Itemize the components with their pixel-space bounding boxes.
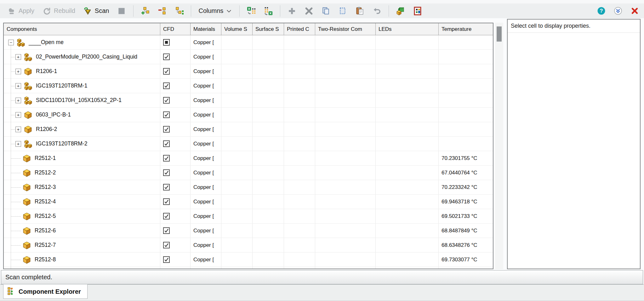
column-header-two_resistor_components[interactable]: Two-Resistor Com xyxy=(315,23,376,35)
component-cell[interactable]: R2512-1 xyxy=(4,151,160,165)
two-resistor-cell[interactable] xyxy=(315,180,376,194)
add-button[interactable] xyxy=(285,5,299,17)
material-cell[interactable]: Copper [ xyxy=(191,166,221,180)
table-row[interactable]: + IGC193T120T8RM-2 Copper [ xyxy=(4,137,493,151)
surface-sources-cell[interactable] xyxy=(253,50,284,64)
two-resistor-cell[interactable] xyxy=(315,50,376,64)
printed-circuit-cell[interactable] xyxy=(284,50,315,64)
add-tree-item-button[interactable] xyxy=(138,5,152,17)
cfd-cell[interactable] xyxy=(160,180,191,194)
printed-circuit-cell[interactable] xyxy=(284,35,315,49)
leds-cell[interactable] xyxy=(376,267,439,269)
surface-sources-cell[interactable] xyxy=(253,209,284,223)
material-cell[interactable]: Copper [ xyxy=(191,209,221,223)
cfd-checkbox[interactable] xyxy=(163,140,170,147)
temperature-cell[interactable] xyxy=(439,137,493,151)
material-cell[interactable]: Copper [ xyxy=(191,79,221,93)
material-cell[interactable]: Copper [ xyxy=(191,224,221,238)
surface-sources-cell[interactable] xyxy=(253,195,284,209)
cfd-cell[interactable] xyxy=(160,166,191,180)
material-cell[interactable]: Copper [ xyxy=(191,151,221,165)
surface-sources-cell[interactable] xyxy=(253,253,284,267)
surface-sources-cell[interactable] xyxy=(253,238,284,252)
leds-cell[interactable] xyxy=(376,180,439,194)
two-resistor-cell[interactable] xyxy=(315,209,376,223)
table-row[interactable] xyxy=(4,267,493,269)
volume-sources-cell[interactable] xyxy=(221,122,253,136)
cfd-cell[interactable] xyxy=(160,137,191,151)
printed-circuit-cell[interactable] xyxy=(284,180,315,194)
surface-sources-cell[interactable] xyxy=(253,64,284,78)
cfd-cell[interactable] xyxy=(160,209,191,223)
temperature-cell[interactable]: 67.0440764 °C xyxy=(439,166,493,180)
two-resistor-cell[interactable] xyxy=(315,166,376,180)
leds-cell[interactable] xyxy=(376,209,439,223)
surface-sources-cell[interactable] xyxy=(253,151,284,165)
table-row[interactable]: + 0603_IPC-B-1 Copper [ xyxy=(4,108,493,122)
printed-circuit-cell[interactable] xyxy=(284,122,315,136)
cfd-checkbox[interactable] xyxy=(163,169,170,176)
table-row[interactable]: + IGC193T120T8RM-1 Copper [ xyxy=(4,79,493,93)
column-header-surface_sources[interactable]: Surface S xyxy=(253,23,284,35)
cfd-cell[interactable] xyxy=(160,93,191,107)
expander-toggle[interactable]: + xyxy=(15,127,21,132)
leds-cell[interactable] xyxy=(376,108,439,122)
cfd-cell[interactable] xyxy=(160,253,191,267)
two-resistor-cell[interactable] xyxy=(315,253,376,267)
temperature-cell[interactable]: 69.9463718 °C xyxy=(439,195,493,209)
surface-sources-cell[interactable] xyxy=(253,166,284,180)
table-row[interactable]: − ____Open me Copper [ xyxy=(4,35,493,50)
volume-sources-cell[interactable] xyxy=(221,64,253,78)
table-row[interactable]: R2512-6 Copper [ 68.8487849 °C xyxy=(4,224,493,238)
printed-circuit-cell[interactable] xyxy=(284,209,315,223)
two-resistor-cell[interactable] xyxy=(315,35,376,49)
expander-toggle[interactable]: + xyxy=(15,83,21,89)
tab-component-explorer[interactable]: Component Explorer xyxy=(3,284,88,299)
component-cell[interactable]: R2512-3 xyxy=(4,180,160,194)
volume-sources-cell[interactable] xyxy=(221,108,253,122)
printed-circuit-cell[interactable] xyxy=(284,64,315,78)
delete-button[interactable] xyxy=(302,5,316,17)
component-cell[interactable] xyxy=(4,267,160,269)
component-cell[interactable]: R2512-8 xyxy=(4,253,160,267)
column-header-materials[interactable]: Materials xyxy=(191,23,221,35)
paste-button[interactable] xyxy=(353,5,367,17)
remove-tree-item-button[interactable] xyxy=(155,5,169,17)
export-report-button[interactable] xyxy=(410,5,425,17)
component-cell[interactable]: + IGC193T120T8RM-1 xyxy=(4,79,160,93)
two-resistor-cell[interactable] xyxy=(315,267,376,269)
surface-sources-cell[interactable] xyxy=(253,108,284,122)
scan-button[interactable]: Scan xyxy=(81,5,112,17)
component-cell[interactable]: + 0603_IPC-B-1 xyxy=(4,108,160,122)
stop-button[interactable] xyxy=(114,5,129,17)
cfd-checkbox[interactable] xyxy=(163,82,170,89)
table-row[interactable]: + SIDC110D170H_105X105X2_2P-1 Copper [ xyxy=(4,93,493,108)
cfd-checkbox[interactable] xyxy=(163,256,170,263)
surface-sources-cell[interactable] xyxy=(253,79,284,93)
cfd-checkbox[interactable] xyxy=(163,155,170,162)
printed-circuit-cell[interactable] xyxy=(284,166,315,180)
expander-toggle[interactable]: − xyxy=(8,40,14,45)
volume-sources-cell[interactable] xyxy=(221,166,253,180)
material-cell[interactable]: Copper [ xyxy=(191,35,221,49)
help-button[interactable]: ? xyxy=(596,6,606,16)
printed-circuit-cell[interactable] xyxy=(284,224,315,238)
volume-sources-cell[interactable] xyxy=(221,180,253,194)
temperature-cell[interactable] xyxy=(439,108,493,122)
printed-circuit-cell[interactable] xyxy=(284,195,315,209)
temperature-cell[interactable]: 68.8487849 °C xyxy=(439,224,493,238)
two-resistor-cell[interactable] xyxy=(315,122,376,136)
surface-sources-cell[interactable] xyxy=(253,122,284,136)
leds-cell[interactable] xyxy=(376,195,439,209)
show-components-button[interactable] xyxy=(393,5,408,17)
expander-toggle[interactable]: + xyxy=(15,112,21,118)
surface-sources-cell[interactable] xyxy=(253,180,284,194)
tree-visibility-button[interactable] xyxy=(172,5,186,17)
temperature-cell[interactable] xyxy=(439,35,493,49)
cfd-cell[interactable] xyxy=(160,238,191,252)
vertical-scrollbar[interactable] xyxy=(495,23,503,269)
temperature-cell[interactable] xyxy=(439,50,493,64)
expander-toggle[interactable]: + xyxy=(15,141,21,147)
material-cell[interactable]: Copper [ xyxy=(191,50,221,64)
printed-circuit-cell[interactable] xyxy=(284,93,315,107)
